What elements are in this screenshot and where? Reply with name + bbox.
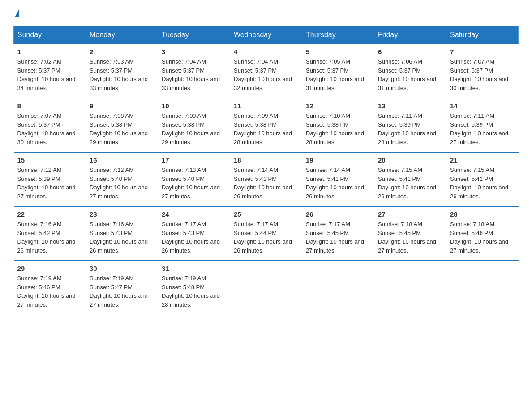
day-info: Sunrise: 7:09 AM Sunset: 5:38 PM Dayligh…	[162, 111, 226, 146]
day-info: Sunrise: 7:17 AM Sunset: 5:45 PM Dayligh…	[306, 220, 370, 255]
days-of-week-row: SundayMondayTuesdayWednesdayThursdayFrid…	[14, 26, 519, 44]
daylight-label: Daylight: 10 hours and 29 minutes.	[90, 130, 148, 146]
day-number: 6	[378, 48, 442, 56]
sunset-label: Sunset: 5:42 PM	[450, 176, 493, 182]
sunrise-label: Sunrise: 7:13 AM	[162, 167, 206, 173]
day-cell: 11 Sunrise: 7:09 AM Sunset: 5:38 PM Dayl…	[230, 98, 302, 152]
day-number: 2	[90, 48, 154, 56]
day-number: 24	[162, 210, 226, 218]
day-of-week-header: Monday	[86, 26, 158, 44]
day-number: 11	[234, 102, 298, 110]
day-number: 7	[450, 48, 515, 56]
day-info: Sunrise: 7:16 AM Sunset: 5:43 PM Dayligh…	[90, 220, 154, 255]
daylight-label: Daylight: 10 hours and 27 minutes.	[90, 292, 148, 308]
daylight-label: Daylight: 10 hours and 31 minutes.	[378, 76, 436, 91]
day-info: Sunrise: 7:12 AM Sunset: 5:40 PM Dayligh…	[90, 166, 154, 201]
day-number: 4	[234, 48, 298, 56]
day-cell: 30 Sunrise: 7:19 AM Sunset: 5:47 PM Dayl…	[86, 261, 158, 314]
day-of-week-header: Wednesday	[230, 26, 302, 44]
sunrise-label: Sunrise: 7:18 AM	[450, 221, 494, 227]
sunrise-label: Sunrise: 7:15 AM	[378, 167, 422, 173]
day-number: 15	[17, 156, 82, 164]
day-number: 12	[306, 102, 370, 110]
sunrise-label: Sunrise: 7:14 AM	[234, 167, 278, 173]
sunset-label: Sunset: 5:42 PM	[17, 230, 60, 236]
sunrise-label: Sunrise: 7:06 AM	[378, 58, 422, 65]
day-cell: 31 Sunrise: 7:19 AM Sunset: 5:48 PM Dayl…	[158, 261, 230, 314]
day-of-week-header: Saturday	[446, 26, 519, 44]
day-of-week-header: Thursday	[302, 26, 374, 44]
day-cell: 8 Sunrise: 7:07 AM Sunset: 5:37 PM Dayli…	[14, 98, 86, 152]
day-number: 1	[17, 48, 82, 56]
day-info: Sunrise: 7:14 AM Sunset: 5:41 PM Dayligh…	[234, 166, 298, 201]
week-row: 29 Sunrise: 7:19 AM Sunset: 5:46 PM Dayl…	[14, 261, 519, 314]
day-cell: 27 Sunrise: 7:18 AM Sunset: 5:45 PM Dayl…	[374, 206, 446, 261]
daylight-label: Daylight: 10 hours and 26 minutes.	[234, 238, 292, 254]
day-info: Sunrise: 7:04 AM Sunset: 5:37 PM Dayligh…	[162, 57, 226, 92]
day-cell: 9 Sunrise: 7:08 AM Sunset: 5:38 PM Dayli…	[86, 98, 158, 152]
sunset-label: Sunset: 5:37 PM	[17, 67, 60, 74]
day-number: 16	[90, 156, 154, 164]
day-info: Sunrise: 7:12 AM Sunset: 5:39 PM Dayligh…	[17, 166, 82, 201]
day-number: 13	[378, 102, 442, 110]
day-cell: 25 Sunrise: 7:17 AM Sunset: 5:44 PM Dayl…	[230, 206, 302, 261]
logo-triangle-icon	[15, 9, 19, 17]
day-cell: 1 Sunrise: 7:02 AM Sunset: 5:37 PM Dayli…	[14, 44, 86, 98]
day-info: Sunrise: 7:15 AM Sunset: 5:42 PM Dayligh…	[450, 166, 515, 201]
sunrise-label: Sunrise: 7:19 AM	[90, 275, 134, 282]
sunrise-label: Sunrise: 7:14 AM	[306, 167, 350, 173]
week-row: 8 Sunrise: 7:07 AM Sunset: 5:37 PM Dayli…	[14, 98, 519, 152]
day-info: Sunrise: 7:11 AM Sunset: 5:39 PM Dayligh…	[378, 111, 442, 146]
day-cell: 6 Sunrise: 7:06 AM Sunset: 5:37 PM Dayli…	[374, 44, 446, 98]
daylight-label: Daylight: 10 hours and 28 minutes.	[306, 130, 364, 146]
sunrise-label: Sunrise: 7:15 AM	[450, 167, 494, 173]
daylight-label: Daylight: 10 hours and 31 minutes.	[306, 76, 364, 91]
daylight-label: Daylight: 10 hours and 26 minutes.	[162, 238, 220, 254]
sunset-label: Sunset: 5:40 PM	[90, 176, 133, 182]
day-cell: 3 Sunrise: 7:04 AM Sunset: 5:37 PM Dayli…	[158, 44, 230, 98]
day-number: 29	[17, 265, 82, 272]
day-cell	[302, 261, 374, 314]
daylight-label: Daylight: 10 hours and 27 minutes.	[306, 238, 364, 254]
logo	[13, 9, 19, 17]
sunset-label: Sunset: 5:45 PM	[378, 230, 421, 236]
day-info: Sunrise: 7:07 AM Sunset: 5:37 PM Dayligh…	[17, 111, 82, 146]
daylight-label: Daylight: 10 hours and 29 minutes.	[162, 130, 220, 146]
sunset-label: Sunset: 5:37 PM	[90, 67, 133, 74]
day-info: Sunrise: 7:17 AM Sunset: 5:44 PM Dayligh…	[234, 220, 298, 255]
day-info: Sunrise: 7:07 AM Sunset: 5:37 PM Dayligh…	[450, 57, 515, 92]
day-cell: 12 Sunrise: 7:10 AM Sunset: 5:38 PM Dayl…	[302, 98, 374, 152]
sunset-label: Sunset: 5:37 PM	[306, 67, 349, 74]
sunrise-label: Sunrise: 7:09 AM	[234, 112, 278, 119]
sunset-label: Sunset: 5:44 PM	[234, 230, 277, 236]
sunrise-label: Sunrise: 7:16 AM	[90, 221, 134, 227]
daylight-label: Daylight: 10 hours and 26 minutes.	[90, 238, 148, 254]
day-cell	[374, 261, 446, 314]
day-cell: 13 Sunrise: 7:11 AM Sunset: 5:39 PM Dayl…	[374, 98, 446, 152]
day-of-week-header: Friday	[374, 26, 446, 44]
day-number: 18	[234, 156, 298, 164]
day-cell: 23 Sunrise: 7:16 AM Sunset: 5:43 PM Dayl…	[86, 206, 158, 261]
day-number: 17	[162, 156, 226, 164]
day-number: 14	[450, 102, 515, 110]
day-info: Sunrise: 7:17 AM Sunset: 5:43 PM Dayligh…	[162, 220, 226, 255]
day-info: Sunrise: 7:16 AM Sunset: 5:42 PM Dayligh…	[17, 220, 82, 255]
day-cell: 29 Sunrise: 7:19 AM Sunset: 5:46 PM Dayl…	[14, 261, 86, 314]
week-row: 15 Sunrise: 7:12 AM Sunset: 5:39 PM Dayl…	[14, 152, 519, 206]
day-cell: 5 Sunrise: 7:05 AM Sunset: 5:37 PM Dayli…	[302, 44, 374, 98]
daylight-label: Daylight: 10 hours and 27 minutes.	[17, 292, 76, 308]
sunrise-label: Sunrise: 7:12 AM	[90, 167, 134, 173]
sunrise-label: Sunrise: 7:19 AM	[162, 275, 206, 282]
sunset-label: Sunset: 5:37 PM	[162, 67, 205, 74]
sunset-label: Sunset: 5:37 PM	[17, 121, 60, 128]
day-number: 21	[450, 156, 515, 164]
calendar-table: SundayMondayTuesdayWednesdayThursdayFrid…	[13, 26, 519, 314]
sunset-label: Sunset: 5:45 PM	[306, 230, 349, 236]
day-info: Sunrise: 7:10 AM Sunset: 5:38 PM Dayligh…	[306, 111, 370, 146]
day-info: Sunrise: 7:19 AM Sunset: 5:46 PM Dayligh…	[17, 274, 82, 309]
day-cell: 18 Sunrise: 7:14 AM Sunset: 5:41 PM Dayl…	[230, 152, 302, 206]
day-info: Sunrise: 7:15 AM Sunset: 5:41 PM Dayligh…	[378, 166, 442, 201]
day-info: Sunrise: 7:14 AM Sunset: 5:41 PM Dayligh…	[306, 166, 370, 201]
sunrise-label: Sunrise: 7:11 AM	[378, 112, 422, 119]
day-info: Sunrise: 7:06 AM Sunset: 5:37 PM Dayligh…	[378, 57, 442, 92]
